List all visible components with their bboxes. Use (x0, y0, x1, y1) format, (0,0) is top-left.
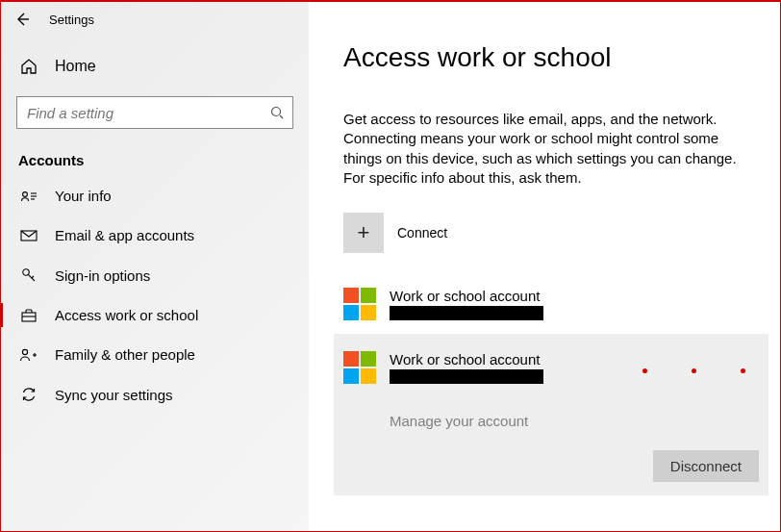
microsoft-logo-icon (343, 288, 376, 320)
svg-point-2 (23, 191, 28, 196)
svg-line-1 (280, 115, 283, 118)
sidebar-item-family[interactable]: Family & other people (1, 335, 309, 374)
redacted-email (390, 369, 543, 384)
people-plus-icon (18, 347, 39, 363)
page-description: Get access to resources like email, apps… (343, 110, 747, 188)
sidebar-item-label: Access work or school (55, 307, 198, 323)
sync-icon (18, 386, 39, 403)
sidebar-item-label: Email & app accounts (55, 227, 194, 243)
account-text: Work or school account (390, 351, 543, 384)
svg-point-7 (23, 269, 29, 275)
sidebar-item-label: Sync your settings (55, 387, 173, 403)
settings-window: Settings Home Accounts Your info E (0, 0, 781, 532)
account-entry-selected[interactable]: Work or school account Manage your accou… (334, 334, 768, 495)
disconnect-button[interactable]: Disconnect (653, 450, 759, 482)
back-button[interactable] (13, 10, 32, 29)
svg-point-0 (272, 108, 281, 116)
search-icon (269, 105, 285, 120)
account-text: Work or school account (390, 288, 543, 320)
connect-button[interactable]: + Connect (343, 213, 751, 253)
annotation-dots (642, 368, 745, 373)
redacted-email (390, 306, 543, 320)
envelope-icon (18, 229, 39, 242)
search-input[interactable] (25, 104, 269, 122)
account-title: Work or school account (390, 351, 543, 367)
person-card-icon (18, 190, 39, 203)
window-title: Settings (49, 13, 94, 27)
search-box[interactable] (16, 96, 293, 129)
sidebar-section-header: Accounts (1, 139, 309, 176)
page-heading: Access work or school (343, 42, 751, 73)
sidebar-item-your-info[interactable]: Your info (1, 176, 309, 215)
titlebar: Settings (1, 2, 309, 37)
sidebar-item-sync[interactable]: Sync your settings (1, 374, 309, 415)
main-panel: Access work or school Get access to reso… (309, 2, 780, 531)
home-icon (18, 58, 39, 75)
sidebar-item-email-accounts[interactable]: Email & app accounts (1, 215, 309, 255)
back-arrow-icon (14, 12, 30, 27)
svg-line-9 (32, 276, 34, 278)
account-title: Work or school account (390, 288, 543, 304)
sidebar-item-label: Family & other people (55, 346, 195, 363)
home-label: Home (55, 58, 96, 75)
connect-label: Connect (397, 225, 447, 241)
sidebar-item-label: Your info (55, 188, 112, 204)
svg-point-12 (22, 349, 27, 354)
key-icon (18, 266, 39, 284)
account-entry[interactable]: Work or school account (343, 282, 751, 328)
sidebar-item-access-work-school[interactable]: Access work or school (1, 295, 309, 335)
sidebar-item-label: Sign-in options (55, 267, 150, 284)
briefcase-icon (18, 308, 39, 323)
manage-account-link[interactable]: Manage your account (390, 413, 759, 429)
sidebar: Settings Home Accounts Your info E (1, 2, 309, 531)
plus-icon: + (343, 213, 384, 253)
home-nav[interactable]: Home (1, 50, 309, 83)
sidebar-item-signin-options[interactable]: Sign-in options (1, 255, 309, 295)
microsoft-logo-icon (343, 351, 376, 384)
